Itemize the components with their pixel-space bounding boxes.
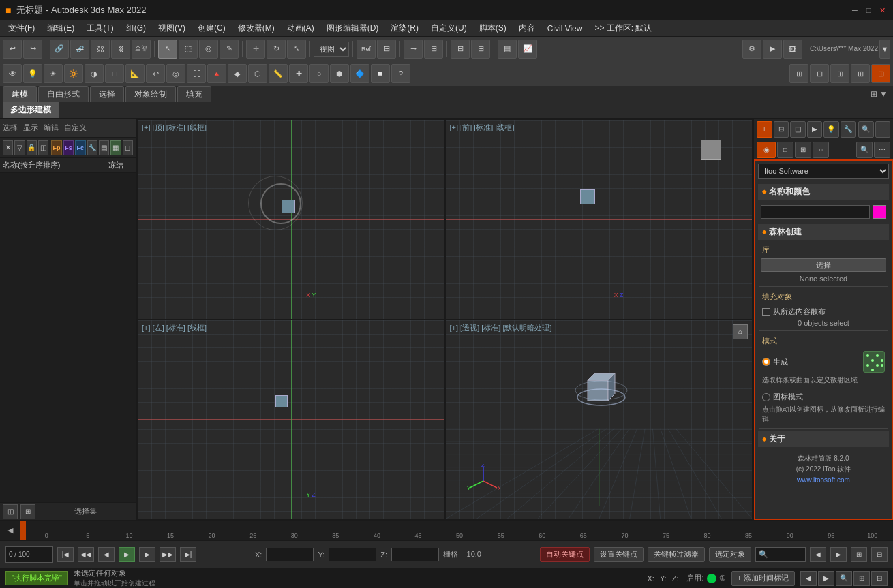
rp-icon2-3[interactable]: ○: [813, 142, 829, 158]
timeline-current-marker[interactable]: [20, 521, 26, 540]
prev-key-btn[interactable]: ◀◀: [78, 547, 94, 562]
render-frame-btn[interactable]: ▶: [763, 40, 782, 59]
scene-filter-btn[interactable]: ▽: [14, 140, 25, 155]
close-button[interactable]: ✕: [877, 5, 888, 16]
scene-check-btn[interactable]: ◻: [123, 140, 133, 155]
tb2-btn7[interactable]: 📐: [125, 64, 145, 83]
tb2-btn1[interactable]: 👁: [3, 64, 22, 83]
rp-section-name-color[interactable]: 名称和颜色: [758, 184, 889, 200]
unlink-button[interactable]: 🔗: [70, 40, 89, 59]
keyfilter-btn[interactable]: 关键帧过滤器: [648, 547, 705, 562]
rp-active-btn[interactable]: ◉: [757, 142, 776, 158]
nav-btn3[interactable]: ⊞: [851, 547, 867, 562]
autokey-btn[interactable]: 自动关键点: [540, 547, 590, 562]
play-fwd-btn[interactable]: ▶: [139, 547, 155, 562]
snap2-btn[interactable]: ⊟: [810, 64, 829, 83]
rp-hierarchy-btn[interactable]: ◫: [790, 121, 806, 138]
play-btn[interactable]: ▶: [119, 547, 135, 562]
view-dropdown[interactable]: 视图: [314, 42, 349, 57]
mirror-btn[interactable]: ⥊: [404, 40, 423, 59]
rp-utilities-btn[interactable]: 🔧: [841, 121, 856, 138]
minimize-button[interactable]: ─: [849, 5, 860, 16]
rp-search-btn[interactable]: 🔍: [858, 121, 874, 138]
status-nav4[interactable]: ⊞: [853, 571, 870, 586]
setkey-btn[interactable]: 设置关键点: [594, 547, 644, 562]
curve-editor-btn[interactable]: 📈: [518, 40, 537, 59]
obj-props-btn[interactable]: ⊞: [377, 40, 396, 59]
tb2-btn17[interactable]: ⬢: [330, 64, 349, 83]
bc-z-input[interactable]: [391, 548, 439, 561]
tb2-btn19[interactable]: ◽: [371, 64, 390, 83]
layer-mgr-btn[interactable]: ▤: [498, 40, 517, 59]
timeline-play-left[interactable]: ◀: [0, 521, 20, 540]
undo-button[interactable]: ↩: [3, 40, 22, 59]
snap-btn[interactable]: ⊞: [789, 64, 808, 83]
forest-icon-fs[interactable]: Fs: [63, 140, 74, 155]
scene-list-btn[interactable]: ▦: [110, 140, 121, 155]
bc-search-input[interactable]: [768, 551, 802, 559]
grid2-btn[interactable]: ⊞: [851, 64, 870, 83]
bind2-button[interactable]: ⛓: [111, 40, 130, 59]
viewport-perspective[interactable]: [+] [透视] [标准] [默认明暗处理] ⌂: [446, 320, 753, 519]
menu-animation[interactable]: 动画(A): [282, 21, 320, 35]
scene-toolbar-edit[interactable]: 编辑: [44, 123, 59, 133]
menu-tools[interactable]: 工具(T): [81, 21, 119, 35]
grid-btn[interactable]: ⊞: [830, 64, 849, 83]
tb2-btn14[interactable]: 📏: [269, 64, 288, 83]
tb2-btn11[interactable]: 🔺: [207, 64, 226, 83]
render-btn[interactable]: 🖼: [783, 40, 802, 59]
tab-object-paint[interactable]: 对象绘制: [125, 86, 176, 102]
rp-icon2-1[interactable]: □: [777, 142, 793, 158]
lasso-btn[interactable]: ◎: [199, 40, 218, 59]
rotate-button[interactable]: ↻: [267, 40, 286, 59]
rp-display-btn[interactable]: 💡: [823, 121, 839, 138]
tab-freeform[interactable]: 自由形式: [38, 86, 89, 102]
scene-toolbar-custom[interactable]: 自定义: [64, 123, 87, 133]
rp-color-swatch[interactable]: [873, 205, 886, 219]
scene-grid-btn[interactable]: ▤: [99, 140, 109, 155]
menu-content[interactable]: 内容: [513, 21, 541, 35]
rp-icon-radio[interactable]: [762, 393, 770, 401]
redo-button[interactable]: ↪: [23, 40, 42, 59]
next-frame-btn[interactable]: ▶|: [180, 547, 196, 562]
scene-toolbar-display[interactable]: 显示: [23, 123, 38, 133]
tb2-btn20[interactable]: ?: [391, 64, 410, 83]
tb2-btn4[interactable]: 🔆: [64, 64, 83, 83]
menu-render[interactable]: 渲染(R): [385, 21, 424, 35]
tab-populate[interactable]: 填充: [177, 86, 211, 102]
rp-motion-btn[interactable]: ▶: [807, 121, 823, 138]
nav-btn1[interactable]: ◀: [810, 547, 826, 562]
scene-toolbar-select[interactable]: 选择: [3, 123, 18, 133]
timeline-slider[interactable]: 0 5 10 15 20 25 30 35 40 45 50 55 60 65 …: [26, 521, 893, 540]
path-btn[interactable]: ▼: [879, 40, 890, 59]
menu-group[interactable]: 组(G): [121, 21, 151, 35]
tb2-btn3[interactable]: ☀: [44, 64, 63, 83]
tb2-btn16[interactable]: ○: [309, 64, 329, 83]
rp-icon2-4[interactable]: 🔍: [856, 142, 873, 158]
status-addkey-btn[interactable]: + 添加时间标记: [731, 571, 795, 586]
array-btn[interactable]: ⊞: [424, 40, 443, 59]
viewport-front[interactable]: [+] [前] [标准] [线框] X Z: [446, 120, 753, 319]
menu-create[interactable]: 创建(C): [192, 21, 231, 35]
menu-customize[interactable]: 自定义(U): [425, 21, 472, 35]
rp-icon2-5[interactable]: ⋯: [874, 142, 890, 158]
align2-btn[interactable]: ⊞: [471, 40, 490, 59]
menu-graph-editor[interactable]: 图形编辑器(D): [321, 21, 384, 35]
tb2-btn6[interactable]: □: [105, 64, 124, 83]
rp-misc-btn[interactable]: ⋯: [875, 121, 891, 138]
tb2-btn9[interactable]: ◎: [166, 64, 185, 83]
scene-layers-btn[interactable]: ◫: [3, 504, 18, 519]
rp-section-about[interactable]: 关于: [758, 431, 889, 447]
select-region-btn[interactable]: ⬚: [179, 40, 198, 59]
bind-button[interactable]: ⛓: [91, 40, 110, 59]
play-back-btn[interactable]: ◀: [98, 547, 115, 562]
nav-btn2[interactable]: ▶: [830, 547, 847, 562]
scale-button[interactable]: ⤡: [287, 40, 306, 59]
status-nav5[interactable]: ⊟: [871, 571, 888, 586]
viewport-left[interactable]: [+] [左] [标准] [线框] Y Z: [138, 320, 444, 519]
rp-icon2-2[interactable]: ⊞: [795, 142, 811, 158]
rp-vendor-dropdown[interactable]: Itoo Software: [758, 164, 889, 179]
status-nav1[interactable]: ◀: [800, 571, 817, 586]
rp-name-input[interactable]: [761, 205, 870, 219]
tb2-btn15[interactable]: ✚: [289, 64, 308, 83]
